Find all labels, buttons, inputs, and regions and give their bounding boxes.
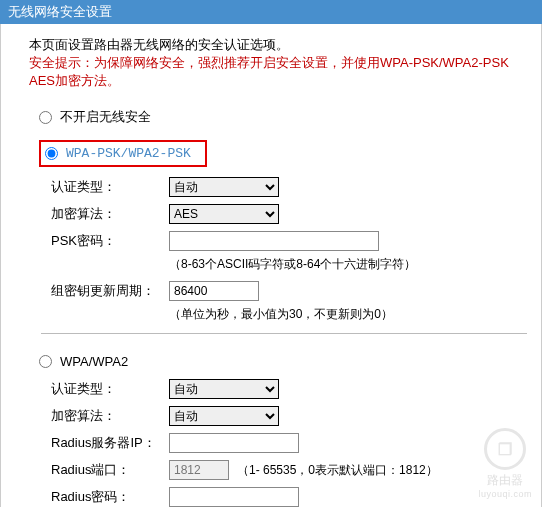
wpa-auth-label: 认证类型： (51, 380, 169, 398)
psk-auth-select[interactable]: 自动 (169, 177, 279, 197)
psk-pwd-label: PSK密码： (51, 232, 169, 250)
psk-fields: 认证类型： 自动 加密算法： AES PSK密码： （8-63个ASCII码字符… (51, 175, 541, 323)
option-psk-block: WPA-PSK/WPA2-PSK 认证类型： 自动 加密算法： AES (1, 130, 541, 323)
psk-password-input[interactable] (169, 231, 379, 251)
psk-enc-select[interactable]: AES (169, 204, 279, 224)
highlight-box: WPA-PSK/WPA2-PSK (39, 140, 207, 167)
wpa-auth-select[interactable]: 自动 (169, 379, 279, 399)
wpa-fields: 认证类型： 自动 加密算法： 自动 Radius服务器IP： Radius (51, 377, 541, 507)
radius-port-input[interactable] (169, 460, 229, 480)
radio-psk[interactable] (45, 147, 58, 160)
wpa-enc-select[interactable]: 自动 (169, 406, 279, 426)
settings-panel: 无线网络安全设置 本页面设置路由器无线网络的安全认证选项。 安全提示：为保障网络… (0, 0, 542, 507)
psk-auth-label: 认证类型： (51, 178, 169, 196)
separator (41, 333, 527, 334)
option-wpa-block: WPA/WPA2 认证类型： 自动 加密算法： 自动 Radius服务器IP： (1, 344, 541, 507)
option-none-block: 不开启无线安全 (1, 98, 541, 130)
description-block: 本页面设置路由器无线网络的安全认证选项。 安全提示：为保障网络安全，强烈推荐开启… (1, 24, 541, 98)
radius-pwd-input[interactable] (169, 487, 299, 507)
radio-wpa[interactable] (39, 355, 52, 368)
radio-psk-label: WPA-PSK/WPA2-PSK (66, 146, 191, 161)
panel-content: 本页面设置路由器无线网络的安全认证选项。 安全提示：为保障网络安全，强烈推荐开启… (0, 24, 542, 507)
wpa-enc-label: 加密算法： (51, 407, 169, 425)
psk-gk-hint: （单位为秒，最小值为30，不更新则为0） (169, 306, 541, 323)
psk-enc-label: 加密算法： (51, 205, 169, 223)
psk-gk-label: 组密钥更新周期： (51, 282, 169, 300)
description-text: 本页面设置路由器无线网络的安全认证选项。 (29, 36, 521, 54)
radius-ip-input[interactable] (169, 433, 299, 453)
radius-ip-label: Radius服务器IP： (51, 434, 169, 452)
radio-none[interactable] (39, 111, 52, 124)
radius-port-hint: （1- 65535，0表示默认端口：1812） (237, 462, 438, 479)
psk-gk-input[interactable] (169, 281, 259, 301)
radio-wpa-label: WPA/WPA2 (60, 354, 128, 369)
security-warning: 安全提示：为保障网络安全，强烈推荐开启安全设置，并使用WPA-PSK/WPA2-… (29, 54, 521, 90)
radius-port-label: Radius端口： (51, 461, 169, 479)
radio-none-label: 不开启无线安全 (60, 108, 151, 126)
radius-pwd-label: Radius密码： (51, 488, 169, 506)
panel-title: 无线网络安全设置 (0, 0, 542, 24)
psk-pwd-hint: （8-63个ASCII码字符或8-64个十六进制字符） (169, 256, 541, 273)
